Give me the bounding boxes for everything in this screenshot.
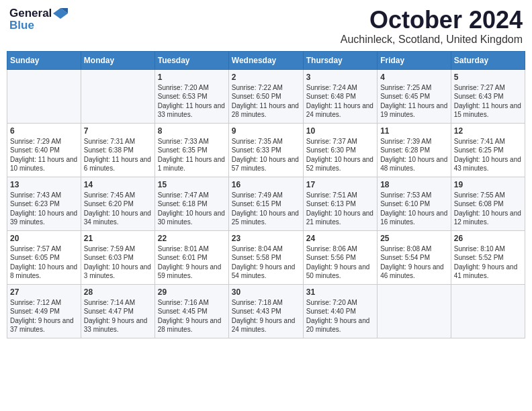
- day-number: 24: [306, 234, 374, 243]
- calendar-day-cell: [451, 284, 525, 338]
- calendar-day-cell: 6Sunrise: 7:29 AM Sunset: 6:40 PM Daylig…: [7, 123, 81, 177]
- calendar-week-row: 27Sunrise: 7:12 AM Sunset: 4:49 PM Dayli…: [7, 284, 525, 338]
- calendar-day-cell: 23Sunrise: 8:04 AM Sunset: 5:58 PM Dayli…: [228, 230, 303, 284]
- day-number: 27: [10, 287, 78, 297]
- day-info: Sunrise: 7:16 AM Sunset: 4:45 PM Dayligh…: [158, 298, 226, 334]
- calendar-day-cell: [7, 69, 81, 123]
- day-info: Sunrise: 7:24 AM Sunset: 6:48 PM Dayligh…: [306, 83, 374, 120]
- weekday-header-row: SundayMondayTuesdayWednesdayThursdayFrid…: [7, 51, 525, 69]
- calendar-day-cell: 1Sunrise: 7:20 AM Sunset: 6:53 PM Daylig…: [154, 69, 228, 123]
- day-number: 25: [380, 234, 448, 243]
- weekday-header: Tuesday: [154, 51, 228, 69]
- calendar-day-cell: 24Sunrise: 8:06 AM Sunset: 5:56 PM Dayli…: [303, 230, 377, 284]
- day-number: 8: [158, 126, 226, 136]
- day-number: 6: [10, 126, 78, 136]
- day-number: 31: [306, 287, 374, 297]
- day-number: 21: [84, 234, 152, 243]
- day-info: Sunrise: 7:49 AM Sunset: 6:15 PM Dayligh…: [232, 191, 300, 227]
- calendar-day-cell: 3Sunrise: 7:24 AM Sunset: 6:48 PM Daylig…: [303, 69, 377, 123]
- day-number: 22: [158, 234, 226, 243]
- calendar-day-cell: 27Sunrise: 7:12 AM Sunset: 4:49 PM Dayli…: [7, 284, 81, 338]
- weekday-header: Thursday: [303, 51, 377, 69]
- weekday-header: Wednesday: [228, 51, 303, 69]
- calendar-day-cell: 8Sunrise: 7:33 AM Sunset: 6:35 PM Daylig…: [154, 123, 228, 177]
- location: Auchinleck, Scotland, United Kingdom: [341, 34, 523, 46]
- day-info: Sunrise: 8:01 AM Sunset: 6:01 PM Dayligh…: [158, 244, 226, 281]
- day-number: 19: [454, 180, 522, 189]
- day-info: Sunrise: 7:33 AM Sunset: 6:35 PM Dayligh…: [158, 137, 226, 173]
- weekday-header: Sunday: [7, 51, 81, 69]
- day-number: 16: [232, 180, 300, 189]
- day-info: Sunrise: 7:57 AM Sunset: 6:05 PM Dayligh…: [10, 244, 78, 281]
- day-info: Sunrise: 7:41 AM Sunset: 6:25 PM Dayligh…: [454, 137, 522, 173]
- day-number: 9: [232, 126, 300, 136]
- day-info: Sunrise: 7:12 AM Sunset: 4:49 PM Dayligh…: [10, 298, 78, 334]
- day-info: Sunrise: 7:22 AM Sunset: 6:50 PM Dayligh…: [232, 83, 300, 120]
- weekday-header: Monday: [81, 51, 154, 69]
- day-info: Sunrise: 7:53 AM Sunset: 6:10 PM Dayligh…: [380, 191, 448, 227]
- day-number: 7: [84, 126, 152, 136]
- day-number: 1: [158, 73, 226, 82]
- day-number: 13: [10, 180, 78, 189]
- logo-icon: [53, 8, 68, 19]
- calendar-day-cell: 29Sunrise: 7:16 AM Sunset: 4:45 PM Dayli…: [154, 284, 228, 338]
- calendar-day-cell: 30Sunrise: 7:18 AM Sunset: 4:43 PM Dayli…: [228, 284, 303, 338]
- day-number: 20: [10, 234, 78, 243]
- calendar-week-row: 20Sunrise: 7:57 AM Sunset: 6:05 PM Dayli…: [7, 230, 525, 284]
- day-info: Sunrise: 7:51 AM Sunset: 6:13 PM Dayligh…: [306, 191, 374, 227]
- calendar-day-cell: 25Sunrise: 8:08 AM Sunset: 5:54 PM Dayli…: [378, 230, 451, 284]
- day-number: 5: [454, 73, 522, 82]
- calendar-day-cell: [81, 69, 154, 123]
- calendar-day-cell: 31Sunrise: 7:20 AM Sunset: 4:40 PM Dayli…: [303, 284, 377, 338]
- day-number: 30: [232, 287, 300, 297]
- day-number: 17: [306, 180, 374, 189]
- day-number: 28: [84, 287, 152, 297]
- day-info: Sunrise: 7:27 AM Sunset: 6:43 PM Dayligh…: [454, 83, 522, 120]
- calendar-day-cell: 12Sunrise: 7:41 AM Sunset: 6:25 PM Dayli…: [451, 123, 525, 177]
- logo-general: General: [9, 7, 52, 20]
- calendar-day-cell: 13Sunrise: 7:43 AM Sunset: 6:23 PM Dayli…: [7, 177, 81, 230]
- day-number: 4: [380, 73, 448, 82]
- day-number: 23: [232, 234, 300, 243]
- day-info: Sunrise: 7:14 AM Sunset: 4:47 PM Dayligh…: [84, 298, 152, 334]
- day-info: Sunrise: 8:08 AM Sunset: 5:54 PM Dayligh…: [380, 244, 448, 281]
- day-info: Sunrise: 7:25 AM Sunset: 6:45 PM Dayligh…: [380, 83, 448, 120]
- calendar-day-cell: 9Sunrise: 7:35 AM Sunset: 6:33 PM Daylig…: [228, 123, 303, 177]
- day-number: 15: [158, 180, 226, 189]
- calendar-day-cell: 15Sunrise: 7:47 AM Sunset: 6:18 PM Dayli…: [154, 177, 228, 230]
- calendar-day-cell: 26Sunrise: 8:10 AM Sunset: 5:52 PM Dayli…: [451, 230, 525, 284]
- logo-blue: Blue: [9, 19, 34, 32]
- calendar-day-cell: 19Sunrise: 7:55 AM Sunset: 6:08 PM Dayli…: [451, 177, 525, 230]
- calendar-day-cell: 28Sunrise: 7:14 AM Sunset: 4:47 PM Dayli…: [81, 284, 154, 338]
- calendar-day-cell: [378, 284, 451, 338]
- calendar-week-row: 6Sunrise: 7:29 AM Sunset: 6:40 PM Daylig…: [7, 123, 525, 177]
- day-info: Sunrise: 7:29 AM Sunset: 6:40 PM Dayligh…: [10, 137, 78, 173]
- day-info: Sunrise: 7:37 AM Sunset: 6:30 PM Dayligh…: [306, 137, 374, 173]
- calendar-day-cell: 14Sunrise: 7:45 AM Sunset: 6:20 PM Dayli…: [81, 177, 154, 230]
- title-block: October 2024 Auchinleck, Scotland, Unite…: [341, 7, 523, 46]
- logo: General Blue: [9, 7, 68, 32]
- day-number: 2: [232, 73, 300, 82]
- day-info: Sunrise: 7:35 AM Sunset: 6:33 PM Dayligh…: [232, 137, 300, 173]
- day-info: Sunrise: 7:59 AM Sunset: 6:03 PM Dayligh…: [84, 244, 152, 281]
- day-info: Sunrise: 8:10 AM Sunset: 5:52 PM Dayligh…: [454, 244, 522, 281]
- calendar-day-cell: 21Sunrise: 7:59 AM Sunset: 6:03 PM Dayli…: [81, 230, 154, 284]
- weekday-header: Friday: [378, 51, 451, 69]
- calendar-day-cell: 2Sunrise: 7:22 AM Sunset: 6:50 PM Daylig…: [228, 69, 303, 123]
- calendar-day-cell: 16Sunrise: 7:49 AM Sunset: 6:15 PM Dayli…: [228, 177, 303, 230]
- calendar-day-cell: 4Sunrise: 7:25 AM Sunset: 6:45 PM Daylig…: [378, 69, 451, 123]
- calendar-day-cell: 11Sunrise: 7:39 AM Sunset: 6:28 PM Dayli…: [378, 123, 451, 177]
- calendar-day-cell: 10Sunrise: 7:37 AM Sunset: 6:30 PM Dayli…: [303, 123, 377, 177]
- calendar-day-cell: 20Sunrise: 7:57 AM Sunset: 6:05 PM Dayli…: [7, 230, 81, 284]
- weekday-header: Saturday: [451, 51, 525, 69]
- day-info: Sunrise: 7:47 AM Sunset: 6:18 PM Dayligh…: [158, 191, 226, 227]
- day-info: Sunrise: 7:45 AM Sunset: 6:20 PM Dayligh…: [84, 191, 152, 227]
- day-number: 26: [454, 234, 522, 243]
- day-info: Sunrise: 8:06 AM Sunset: 5:56 PM Dayligh…: [306, 244, 374, 281]
- day-info: Sunrise: 7:39 AM Sunset: 6:28 PM Dayligh…: [380, 137, 448, 173]
- day-number: 10: [306, 126, 374, 136]
- calendar-week-row: 1Sunrise: 7:20 AM Sunset: 6:53 PM Daylig…: [7, 69, 525, 123]
- day-info: Sunrise: 8:04 AM Sunset: 5:58 PM Dayligh…: [232, 244, 300, 281]
- day-number: 29: [158, 287, 226, 297]
- day-number: 12: [454, 126, 522, 136]
